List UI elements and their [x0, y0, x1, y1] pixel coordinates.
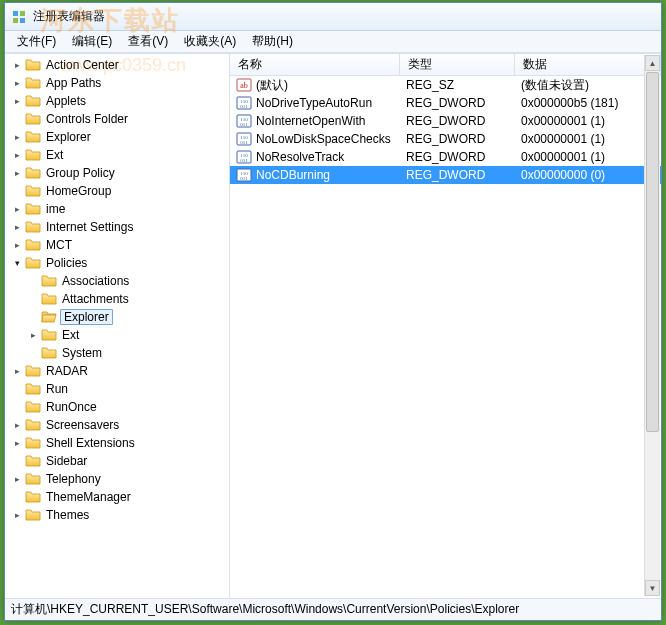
- tree-node[interactable]: Explorer: [25, 308, 229, 326]
- value-name: NoInternetOpenWith: [256, 114, 365, 128]
- folder-icon: [25, 399, 41, 415]
- folder-icon: [25, 111, 41, 127]
- menu-file[interactable]: 文件(F): [9, 31, 64, 52]
- expander-icon[interactable]: ▸: [11, 77, 23, 89]
- expander-icon[interactable]: ▸: [11, 419, 23, 431]
- expander-icon: [11, 491, 23, 503]
- expander-icon[interactable]: ▸: [11, 203, 23, 215]
- tree-node[interactable]: ThemeManager: [9, 488, 229, 506]
- expander-icon[interactable]: ▸: [11, 365, 23, 377]
- value-row[interactable]: NoResolveTrackREG_DWORD0x00000001 (1): [230, 148, 661, 166]
- scroll-down-button[interactable]: ▼: [645, 580, 660, 596]
- value-row[interactable]: NoInternetOpenWithREG_DWORD0x00000001 (1…: [230, 112, 661, 130]
- tree-node-label: Explorer: [44, 130, 93, 144]
- expander-icon[interactable]: ▸: [11, 167, 23, 179]
- tree-node[interactable]: Sidebar: [9, 452, 229, 470]
- tree-node[interactable]: ▸Explorer: [9, 128, 229, 146]
- tree-node[interactable]: Associations: [25, 272, 229, 290]
- folder-icon: [25, 201, 41, 217]
- value-row[interactable]: NoLowDiskSpaceChecksREG_DWORD0x00000001 …: [230, 130, 661, 148]
- value-list-pane[interactable]: 名称 类型 数据 (默认)REG_SZ(数值未设置)NoDriveTypeAut…: [230, 54, 661, 598]
- list-header: 名称 类型 数据: [230, 54, 661, 76]
- tree-node[interactable]: Run: [9, 380, 229, 398]
- expander-icon[interactable]: ▸: [11, 95, 23, 107]
- tree-node[interactable]: ▸Ext: [25, 326, 229, 344]
- folder-icon: [41, 291, 57, 307]
- expander-icon[interactable]: ▾: [11, 257, 23, 269]
- value-row[interactable]: NoDriveTypeAutoRunREG_DWORD0x000000b5 (1…: [230, 94, 661, 112]
- expander-icon: [11, 113, 23, 125]
- tree-pane[interactable]: ▸Action Center▸App Paths▸AppletsControls…: [5, 54, 230, 598]
- menu-view[interactable]: 查看(V): [120, 31, 176, 52]
- expander-icon: [11, 455, 23, 467]
- menu-edit[interactable]: 编辑(E): [64, 31, 120, 52]
- expander-icon: [27, 293, 39, 305]
- tree-node-label: Telephony: [44, 472, 103, 486]
- value-data: 0x00000001 (1): [515, 132, 661, 146]
- tree-node[interactable]: ▸Shell Extensions: [9, 434, 229, 452]
- tree-node[interactable]: ▸ime: [9, 200, 229, 218]
- menu-favorites[interactable]: 收藏夹(A): [176, 31, 244, 52]
- tree-node[interactable]: ▸Group Policy: [9, 164, 229, 182]
- tree-node-label: Associations: [60, 274, 131, 288]
- tree-node[interactable]: ▸App Paths: [9, 74, 229, 92]
- value-data: 0x00000001 (1): [515, 114, 661, 128]
- tree-node[interactable]: ▸Ext: [9, 146, 229, 164]
- expander-icon: [11, 401, 23, 413]
- expander-icon[interactable]: ▸: [11, 437, 23, 449]
- tree-node[interactable]: ▸MCT: [9, 236, 229, 254]
- expander-icon: [27, 347, 39, 359]
- tree-node-label: RunOnce: [44, 400, 99, 414]
- folder-icon: [41, 309, 57, 325]
- tree-node[interactable]: RunOnce: [9, 398, 229, 416]
- tree-node[interactable]: ▸Screensavers: [9, 416, 229, 434]
- expander-icon[interactable]: ▸: [11, 149, 23, 161]
- tree-node-label: ThemeManager: [44, 490, 133, 504]
- tree-node[interactable]: ▸Action Center: [9, 56, 229, 74]
- expander-icon[interactable]: ▸: [11, 131, 23, 143]
- expander-icon[interactable]: ▸: [11, 239, 23, 251]
- value-name: NoCDBurning: [256, 168, 330, 182]
- expander-icon[interactable]: ▸: [11, 473, 23, 485]
- tree-node[interactable]: ▸Applets: [9, 92, 229, 110]
- list-body: (默认)REG_SZ(数值未设置)NoDriveTypeAutoRunREG_D…: [230, 76, 661, 184]
- tree-node-label: Screensavers: [44, 418, 121, 432]
- regedit-icon: [11, 9, 27, 25]
- folder-icon: [41, 345, 57, 361]
- tree-node[interactable]: Controls Folder: [9, 110, 229, 128]
- tree-node-label: Themes: [44, 508, 91, 522]
- tree-node-label: Controls Folder: [44, 112, 130, 126]
- tree-node[interactable]: ▸Internet Settings: [9, 218, 229, 236]
- tree-node[interactable]: ▾Policies: [9, 254, 229, 272]
- tree-node[interactable]: System: [25, 344, 229, 362]
- value-row[interactable]: (默认)REG_SZ(数值未设置): [230, 76, 661, 94]
- expander-icon[interactable]: ▸: [27, 329, 39, 341]
- tree-node[interactable]: ▸Telephony: [9, 470, 229, 488]
- scroll-up-button[interactable]: ▲: [645, 55, 660, 71]
- tree-node[interactable]: HomeGroup: [9, 182, 229, 200]
- scroll-thumb[interactable]: [646, 72, 659, 432]
- titlebar[interactable]: 注册表编辑器: [5, 3, 661, 31]
- menubar: 文件(F) 编辑(E) 查看(V) 收藏夹(A) 帮助(H): [5, 31, 661, 53]
- tree-node-label: ime: [44, 202, 67, 216]
- value-row[interactable]: NoCDBurningREG_DWORD0x00000000 (0): [230, 166, 661, 184]
- value-data: (数值未设置): [515, 77, 661, 94]
- tree-node-label: RADAR: [44, 364, 90, 378]
- col-header-data[interactable]: 数据: [515, 54, 661, 75]
- expander-icon: [27, 275, 39, 287]
- folder-icon: [25, 417, 41, 433]
- expander-icon[interactable]: ▸: [11, 59, 23, 71]
- folder-icon: [25, 165, 41, 181]
- registry-tree: ▸Action Center▸App Paths▸AppletsControls…: [7, 56, 229, 524]
- tree-node[interactable]: Attachments: [25, 290, 229, 308]
- scrollbar-vertical[interactable]: ▲ ▼: [644, 55, 660, 596]
- expander-icon[interactable]: ▸: [11, 509, 23, 521]
- menu-help[interactable]: 帮助(H): [244, 31, 301, 52]
- tree-node[interactable]: ▸Themes: [9, 506, 229, 524]
- content-split: ▸Action Center▸App Paths▸AppletsControls…: [5, 53, 661, 598]
- expander-icon[interactable]: ▸: [11, 221, 23, 233]
- tree-node[interactable]: ▸RADAR: [9, 362, 229, 380]
- col-header-name[interactable]: 名称: [230, 54, 400, 75]
- col-header-type[interactable]: 类型: [400, 54, 515, 75]
- value-type: REG_DWORD: [400, 168, 515, 182]
